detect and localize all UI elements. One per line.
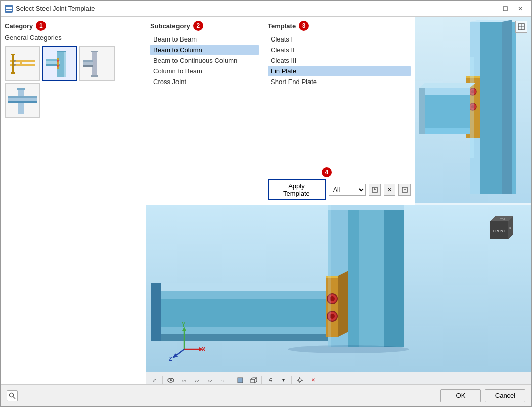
svg-rect-21	[91, 51, 98, 52]
svg-point-106	[298, 379, 301, 382]
main-window: Select Steel Joint Template — ☐ ✕ Catego…	[0, 0, 532, 407]
toolbar-yz-btn[interactable]: YZ	[191, 375, 203, 385]
svg-text:XY: XY	[181, 379, 187, 383]
svg-rect-27	[17, 88, 25, 90]
svg-text:↕Z: ↕Z	[220, 379, 225, 383]
category-item-4[interactable]	[5, 83, 40, 118]
subcategory-header: Subcategory 2	[150, 21, 259, 31]
delete-icon: ✕	[387, 187, 392, 193]
svg-rect-10	[11, 72, 15, 74]
axis-gizmo: Y X Z	[166, 321, 207, 363]
toolbar-print-btn[interactable]: 🖨	[264, 375, 276, 385]
toolbar-iz-btn[interactable]: ↕Z	[217, 375, 230, 385]
svg-marker-78	[326, 276, 338, 337]
svg-rect-8	[12, 54, 14, 74]
category-header: Category 1	[5, 21, 142, 31]
subcategory-item-beam-beam[interactable]: Beam to Beam	[150, 34, 259, 45]
svg-rect-2	[6, 10, 12, 11]
subcategory-item-beam-continuous[interactable]: Beam to Continuous Column	[150, 55, 259, 66]
svg-text:YZ: YZ	[194, 379, 199, 383]
svg-rect-17	[57, 58, 59, 69]
template-item-fin-plate[interactable]: Fin Plate	[268, 66, 411, 76]
delete-icon-btn[interactable]: ✕	[384, 184, 396, 196]
title-controls: — ☐ ✕	[483, 3, 527, 14]
toolbar-sep-2	[232, 376, 232, 385]
export-icon-btn[interactable]	[398, 184, 411, 196]
title-bar: Select Steel Joint Template — ☐ ✕	[1, 1, 531, 17]
svg-marker-65	[359, 205, 384, 347]
svg-text:TOP: TOP	[500, 218, 506, 221]
template-item-short-end-plate[interactable]: Short End Plate	[268, 76, 411, 87]
footer-left	[7, 390, 18, 401]
subcategory-item-column-beam[interactable]: Column to Beam	[150, 66, 259, 76]
svg-rect-9	[11, 54, 15, 55]
svg-marker-56	[419, 88, 425, 134]
svg-rect-29	[8, 96, 37, 98]
svg-point-97	[170, 379, 172, 381]
toolbar-settings-btn[interactable]	[294, 375, 306, 385]
step-2-badge: 2	[193, 21, 203, 31]
top-panels-row: Category 1 General Categories	[1, 17, 531, 205]
main-content: Category 1 General Categories	[1, 17, 531, 384]
template-header: Template 3	[268, 21, 411, 31]
svg-marker-70	[384, 205, 404, 347]
svg-rect-0	[6, 7, 12, 8]
filter-dropdown[interactable]: All Metric Imperial	[329, 184, 366, 196]
minimize-button[interactable]: —	[483, 3, 497, 14]
category-panel: Category 1 General Categories	[1, 17, 146, 205]
category-item-1[interactable]	[5, 46, 40, 81]
category-item-3[interactable]	[79, 46, 115, 81]
window-title: Select Steel Joint Template	[16, 5, 483, 12]
subcategory-item-beam-column[interactable]: Beam to Column	[150, 45, 259, 55]
toolbar-xz-btn[interactable]: XZ	[204, 375, 216, 385]
toolbar-xy-btn[interactable]: XY	[178, 375, 190, 385]
template-item-cleats-i[interactable]: Cleats I	[268, 34, 411, 45]
apply-template-button[interactable]: Apply Template	[268, 179, 326, 200]
preview-top-panel	[415, 17, 531, 205]
svg-text:R: R	[509, 227, 511, 230]
template-footer: 4 Apply Template All Metric Imperial	[268, 175, 411, 200]
svg-rect-43	[480, 22, 502, 194]
template-item-cleats-ii[interactable]: Cleats II	[268, 45, 411, 55]
category-item-2[interactable]	[42, 46, 77, 81]
toolbar-nav-btn[interactable]: ⤢	[148, 375, 160, 385]
import-icon-btn[interactable]	[369, 184, 381, 196]
svg-line-112	[13, 396, 16, 399]
search-button[interactable]	[7, 390, 18, 401]
svg-point-19	[57, 65, 59, 67]
svg-point-85	[288, 345, 409, 353]
preview-3d-svg	[415, 17, 531, 203]
svg-marker-52	[419, 128, 470, 134]
svg-rect-5	[20, 62, 22, 64]
cancel-button[interactable]: Cancel	[485, 389, 525, 402]
svg-text:Y: Y	[182, 321, 186, 328]
preview-icon-button[interactable]	[515, 21, 527, 33]
svg-marker-72	[151, 283, 328, 291]
toolbar-box-btn[interactable]	[247, 375, 259, 385]
svg-rect-57	[470, 57, 474, 158]
svg-marker-105	[255, 378, 257, 383]
svg-rect-102	[238, 378, 243, 383]
toolbar-sep-1	[162, 376, 163, 385]
toolbar-render-btn[interactable]	[234, 375, 246, 385]
svg-rect-25	[83, 65, 93, 67]
svg-rect-22	[91, 75, 98, 77]
toolbar-close-btn[interactable]: ✕	[307, 375, 319, 385]
template-item-cleats-iii[interactable]: Cleats III	[268, 55, 411, 66]
svg-marker-80	[338, 271, 348, 337]
svg-marker-77	[151, 283, 161, 341]
maximize-button[interactable]: ☐	[498, 3, 512, 14]
close-button[interactable]: ✕	[513, 3, 527, 14]
toolbar-eye-btn[interactable]	[165, 375, 177, 385]
ok-button[interactable]: OK	[440, 389, 481, 402]
footer-bar: OK Cancel	[1, 384, 531, 406]
template-title: Template	[268, 22, 296, 30]
svg-rect-103	[251, 379, 255, 383]
subcategory-item-cross[interactable]: Cross Joint	[150, 76, 259, 87]
svg-marker-73	[151, 291, 328, 299]
toolbar-print-dropdown[interactable]: ▾	[277, 375, 289, 385]
bottom-left-panel	[1, 205, 146, 384]
svg-marker-54	[425, 95, 470, 128]
preview-toolbar: ⤢ XY YZ XZ ↕Z	[146, 372, 531, 384]
category-grid	[5, 46, 142, 118]
